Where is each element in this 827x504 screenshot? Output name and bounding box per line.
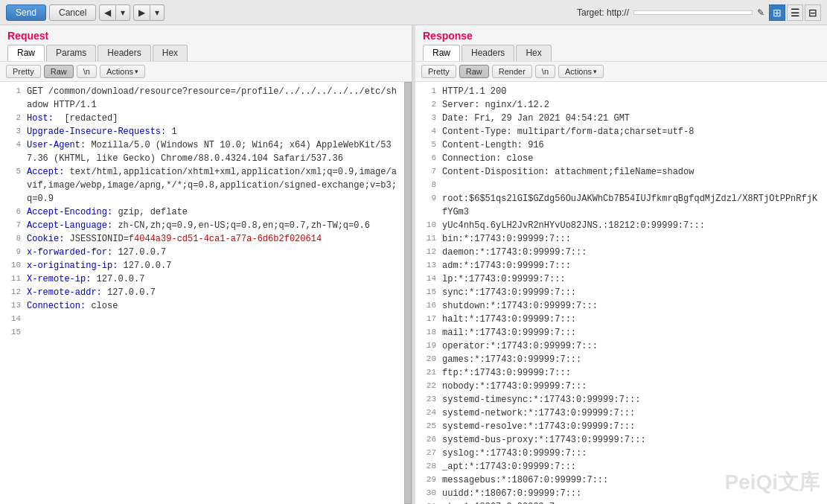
response-line: 30uuidd:*:18067:0:99999:7::: — [415, 487, 827, 500]
request-line: 14 — [0, 313, 404, 326]
request-sub-toolbar: Pretty Raw \n Actions ▾ — [0, 62, 412, 82]
tab-request-raw[interactable]: Raw — [7, 45, 45, 61]
request-code-area[interactable]: 1GET /common/download/resource?resource=… — [0, 82, 404, 504]
line-text — [442, 179, 821, 192]
response-actions-chevron: ▾ — [593, 68, 597, 75]
line-text: mail:*:17743:0:99999:7::: — [442, 326, 821, 339]
line-text: operator:*:17743:0:99999:7::: — [442, 339, 821, 353]
view-list-button[interactable]: ☰ — [787, 4, 803, 21]
request-scrollbar[interactable] — [404, 82, 412, 504]
line-text: syslog:*:17743:0:99999:7::: — [442, 447, 821, 460]
response-line: 6Connection: close — [415, 152, 827, 165]
line-number: 24 — [421, 406, 436, 420]
line-number: 27 — [421, 447, 436, 460]
tab-request-headers[interactable]: Headers — [98, 45, 150, 61]
response-line: 12daemon:*:17743:0:99999:7::: — [415, 246, 827, 259]
response-line: 8 — [415, 179, 827, 192]
request-line: 2Host: [redacted] — [0, 112, 404, 125]
line-number: 1 — [6, 85, 21, 112]
line-text: Accept-Encoding: gzip, deflate — [27, 205, 398, 219]
response-panel-header: Response Raw Headers Hex — [415, 25, 827, 62]
tab-response-raw[interactable]: Raw — [423, 45, 460, 61]
next-dropdown[interactable]: ▾ — [150, 4, 165, 21]
response-actions-label: Actions — [565, 67, 592, 76]
response-line: 22nobody:*:17743:0:99999:7::: — [415, 380, 827, 393]
response-line: 16shutdown:*:17743:0:99999:7::: — [415, 299, 827, 313]
line-text: HTTP/1.1 200 — [442, 85, 821, 98]
response-line: 24systemd-network:*:17743:0:99999:7::: — [415, 406, 827, 420]
toolbar-right: Target: http:// ✎ ⊞ ☰ ⊟ — [577, 4, 821, 21]
target-url — [633, 10, 753, 15]
line-text: bin:*:17743:0:99999:7::: — [442, 232, 821, 246]
request-title: Request — [7, 30, 404, 42]
line-number: 3 — [421, 112, 436, 125]
line-text: X-remote-ip: 127.0.0.7 — [27, 272, 398, 286]
line-number: 7 — [421, 165, 436, 179]
send-button[interactable]: Send — [6, 4, 46, 21]
response-line: 4Content-Type: multipart/form-data;chars… — [415, 125, 827, 138]
next-button[interactable]: ▶ — [133, 4, 150, 21]
request-actions-btn[interactable]: Actions ▾ — [100, 65, 145, 78]
line-text: yUc4nh5q.6yLH2JvR2nHYvUo82JNS.:18212:0:9… — [442, 219, 821, 232]
line-text: Connection: close — [27, 299, 398, 313]
response-actions-btn[interactable]: Actions ▾ — [558, 65, 604, 78]
line-text: Server: nginx/1.12.2 — [442, 98, 821, 112]
response-sub-toolbar: Pretty Raw Render \n Actions ▾ — [415, 62, 827, 82]
line-text: games:*:17743:0:99999:7::: — [442, 353, 821, 366]
line-text: _apt:*:17743:0:99999:7::: — [442, 460, 821, 473]
cancel-button[interactable]: Cancel — [49, 4, 96, 21]
line-number: 5 — [421, 138, 436, 152]
request-panel-header: Request Raw Params Headers Hex — [0, 25, 412, 62]
line-text: Accept: text/html,application/xhtml+xml,… — [27, 165, 398, 205]
request-line: 4User-Agent: Mozilla/5.0 (Windows NT 10.… — [0, 138, 404, 165]
request-line: 1GET /common/download/resource?resource=… — [0, 85, 404, 112]
request-line: 8Cookie: JSESSIONID=f4044a39-cd51-4ca1-a… — [0, 232, 404, 246]
line-text: Cookie: JSESSIONID=f4044a39-cd51-4ca1-a7… — [27, 232, 398, 246]
view-compact-button[interactable]: ⊟ — [805, 4, 821, 21]
response-render-btn[interactable]: Render — [492, 65, 532, 78]
tab-request-hex[interactable]: Hex — [153, 45, 188, 61]
line-number: 29 — [421, 473, 436, 487]
line-text — [27, 313, 398, 326]
view-buttons: ⊞ ☰ ⊟ — [769, 4, 821, 21]
request-newline-btn[interactable]: \n — [77, 65, 97, 78]
line-number: 21 — [421, 366, 436, 380]
request-line: 5Accept: text/html,application/xhtml+xml… — [0, 165, 404, 205]
response-line: 10yUc4nh5q.6yLH2JvR2nHYvUo82JNS.:18212:0… — [415, 219, 827, 232]
response-code-area[interactable]: 1HTTP/1.1 2002Server: nginx/1.12.23Date:… — [415, 82, 827, 504]
prev-button[interactable]: ◀ — [99, 4, 116, 21]
tab-request-params[interactable]: Params — [46, 45, 96, 61]
view-split-button[interactable]: ⊞ — [769, 4, 785, 21]
line-number: 25 — [421, 420, 436, 433]
response-content-area: 1HTTP/1.1 2002Server: nginx/1.12.23Date:… — [415, 82, 827, 504]
edit-icon[interactable]: ✎ — [757, 7, 764, 18]
line-number: 2 — [421, 98, 436, 112]
line-text: x-originating-ip: 127.0.0.7 — [27, 259, 398, 272]
line-number: 9 — [421, 192, 436, 219]
line-text: uuidd:*:18067:0:99999:7::: — [442, 487, 821, 500]
line-number: 14 — [6, 313, 21, 326]
line-text: Connection: close — [442, 152, 821, 165]
tab-response-headers[interactable]: Headers — [462, 45, 514, 61]
tab-response-hex[interactable]: Hex — [516, 45, 551, 61]
prev-dropdown[interactable]: ▾ — [116, 4, 130, 21]
response-line: 23systemd-timesync:*:17743:0:99999:7::: — [415, 393, 827, 406]
line-number: 8 — [421, 179, 436, 192]
response-line: 11bin:*:17743:0:99999:7::: — [415, 232, 827, 246]
response-line: 14lp:*:17743:0:99999:7::: — [415, 272, 827, 286]
request-line: 11X-remote-ip: 127.0.0.7 — [0, 272, 404, 286]
response-pretty-btn[interactable]: Pretty — [421, 65, 456, 78]
response-line: 2Server: nginx/1.12.2 — [415, 98, 827, 112]
response-line: 29messagebus:*:18067:0:99999:7::: — [415, 473, 827, 487]
response-line: 21ftp:*:17743:0:99999:7::: — [415, 366, 827, 380]
line-number: 4 — [421, 125, 436, 138]
request-pretty-btn[interactable]: Pretty — [6, 65, 41, 78]
response-newline-btn[interactable]: \n — [535, 65, 555, 78]
line-text: Date: Fri, 29 Jan 2021 04:54:21 GMT — [442, 112, 821, 125]
line-number: 6 — [6, 205, 21, 219]
line-number: 10 — [421, 219, 436, 232]
response-line: 19operator:*:17743:0:99999:7::: — [415, 339, 827, 353]
line-text: X-remote-addr: 127.0.0.7 — [27, 286, 398, 299]
response-raw-btn[interactable]: Raw — [459, 65, 489, 78]
request-raw-btn[interactable]: Raw — [44, 65, 74, 78]
